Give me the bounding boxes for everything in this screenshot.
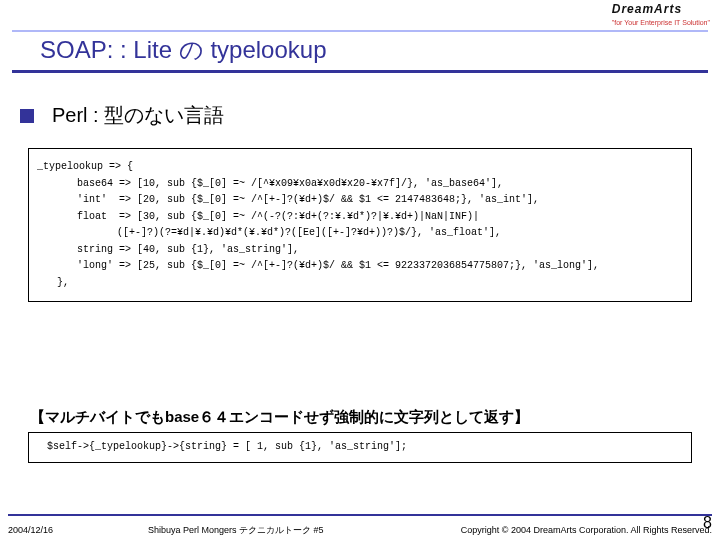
- logo-main: DreamArts: [612, 2, 682, 16]
- footer: 2004/12/16 Shibuya Perl Mongers テクニカルトーク…: [8, 514, 712, 540]
- footer-date: 2004/12/16: [8, 525, 78, 535]
- logo-sub: "for Your Enterprise IT Solution": [612, 19, 710, 26]
- code-line: string => [40, sub {1}, 'as_string'],: [37, 242, 683, 259]
- logo: DreamArts "for Your Enterprise IT Soluti…: [612, 2, 710, 27]
- title-underline: [12, 70, 708, 73]
- code-line: float => [30, sub {$_[0] =~ /^(-?(?:¥d+(…: [37, 209, 683, 226]
- code-line: _typelookup => {: [37, 159, 683, 176]
- title-accent-bar: [12, 30, 708, 32]
- footer-copyright: Copyright © 2004 DreamArts Corporation. …: [461, 525, 712, 535]
- code-line: 'int' => [20, sub {$_[0] =~ /^[+-]?(¥d+)…: [37, 192, 683, 209]
- code-box-1: _typelookup => { base64 => [10, sub {$_[…: [28, 148, 692, 302]
- bullet-square-icon: [20, 109, 34, 123]
- note-title: 【マルチバイトでもbase６４エンコードせず強制的に文字列として返す】: [30, 408, 529, 427]
- title-wrap: SOAP: : Lite の typelookup: [0, 30, 720, 73]
- section-heading: Perl : 型のない言語: [52, 102, 224, 129]
- code-line: 'long' => [25, sub {$_[0] =~ /^[+-]?(¥d+…: [37, 258, 683, 275]
- slide: DreamArts "for Your Enterprise IT Soluti…: [0, 0, 720, 540]
- topbar: DreamArts "for Your Enterprise IT Soluti…: [0, 0, 720, 28]
- slide-title: SOAP: : Lite の typelookup: [0, 34, 720, 66]
- code-line: base64 => [10, sub {$_[0] =~ /[^¥x09¥x0a…: [37, 176, 683, 193]
- heading-row: Perl : 型のない言語: [20, 102, 224, 129]
- page-number: 8: [703, 514, 712, 532]
- footer-center: Shibuya Perl Mongers テクニカルトーク #5: [78, 524, 461, 537]
- code-line: ([+-]?)(?=¥d|¥.¥d)¥d*(¥.¥d*)?([Ee]([+-]?…: [37, 225, 683, 242]
- code-line: $self->{_typelookup}->{string} = [ 1, su…: [37, 439, 683, 456]
- code-line: },: [37, 275, 683, 292]
- code-box-2: $self->{_typelookup}->{string} = [ 1, su…: [28, 432, 692, 463]
